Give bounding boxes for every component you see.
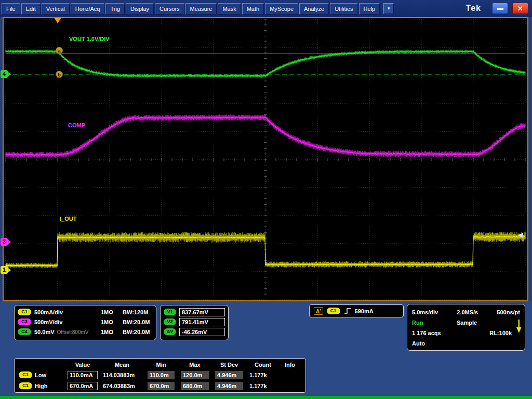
cursor-dv-row: ΔV -46.26mV [164,327,225,337]
header-stdev: St Dev [212,362,246,368]
channel-4-arrow-icon [8,72,11,76]
menu-dropdown-button[interactable]: ▼ [383,3,394,14]
menu-bar: File Edit Vertical Horiz/Acq Trig Displa… [0,0,532,17]
trigger-readout-panel[interactable]: A' C1 590mA [309,304,404,317]
rising-edge-icon [344,308,351,314]
trigger-position-marker[interactable] [54,18,61,23]
menu-help[interactable]: Help [359,3,380,15]
meas-stdev: 4.946m [215,371,243,379]
label-vout: VOUT 1.0V/DIV [69,36,110,42]
channel-marker-3[interactable]: 3 [1,238,11,246]
label-iout: I_OUT [60,216,76,222]
channel-badge-c1[interactable]: C1 [18,309,31,315]
delta-v-value: -46.26mV [179,328,225,336]
menu-measure[interactable]: Measure [185,3,217,15]
v1-badge: V1 [164,309,176,315]
waveform-iout-core [6,236,525,266]
cursor-b-label: b [58,72,61,77]
channel-marker-4[interactable]: 4 [1,70,11,78]
close-button[interactable]: ✕ [512,3,528,14]
c4-bandwidth: BW:20.0M [123,329,150,335]
cursor-v2-row: V2 791.41mV [164,317,225,327]
c4-impedance: 1MΩ [101,329,119,335]
meas-mean: 674.03883m [100,383,144,389]
readout-row-c4[interactable]: C4 50.0mV Offset:800mV 1MΩ BW:20.0M [18,327,153,337]
tekscope-window: File Edit Vertical Horiz/Acq Trig Displa… [0,0,532,399]
status-area: C1 500mA/div 1MΩ BW:120M C3 500mV/div 1M… [0,301,532,396]
meas-mean: 114.03883m [100,372,144,378]
trigger-level: 590mA [355,308,374,314]
delta-v-badge: ΔV [164,328,176,335]
horizontal-acquisition-panel: 5.0ms/div 2.0MS/s 500ns/pt Run Sample 1 … [407,304,525,351]
v2-badge: V2 [164,318,176,325]
position-indicator-icon [515,319,522,335]
menu-edit[interactable]: Edit [21,3,41,15]
minimize-button[interactable] [492,3,508,14]
cursor-v1-row: V1 837.67mV [164,307,225,317]
measurement-row-high[interactable]: C1 High 670.0mA 674.03883m 670.0m 680.0m… [17,380,303,391]
menu-utilities[interactable]: Utilities [330,3,357,15]
c1-bandwidth: BW:120M [123,309,148,315]
measurement-row-low[interactable]: C1 Low 110.0mA 114.03883m 110.0m 120.0m … [17,369,303,380]
c1-scale: 500mA/div [34,309,98,315]
cursor-readout-panel: V1 837.67mV V2 791.41mV ΔV -46.26mV [160,305,229,340]
menu-vertical[interactable]: Vertical [42,3,70,15]
minimize-icon [497,8,503,10]
sample-rate: 2.0MS/s [457,309,478,315]
tek-logo: Tek [466,4,481,13]
c1-impedance: 1MΩ [101,309,119,315]
channel-badge-c3[interactable]: C3 [18,318,31,325]
menu-analyze[interactable]: Analyze [299,3,329,15]
menu-display[interactable]: Display [126,3,154,15]
v2-value: 791.41mV [179,318,225,326]
meas-count: 1.177k [246,383,280,389]
bottom-strip [0,396,532,399]
waveform-display-area: ab VOUT 1.0V/DIV COMP I_OUT [3,17,528,301]
trigger-mode: Auto [412,340,425,347]
channel-marker-1[interactable]: 1 [1,266,11,274]
timebase: 5.0ms/div [412,309,438,315]
c3-scale: 500mV/div [34,319,98,325]
meas-name: High [35,383,47,389]
graticule-svg: ab [4,18,527,300]
meas-stdev: 4.946m [215,382,243,390]
trigger-source-badge: C1 [327,308,340,314]
measurement-header-row: Value Mean Min Max St Dev Count Info [17,360,303,369]
meas-max: 680.0m [181,382,209,390]
meas-min: 110.0m [148,371,175,379]
channel-1-arrow-icon [8,268,11,272]
header-value: Value [65,362,100,368]
menu-file[interactable]: File [2,3,20,15]
menu-mask[interactable]: Mask [218,3,241,15]
meas-min: 670.0m [148,382,175,390]
c3-bandwidth: BW:20.0M [123,319,150,325]
menu-horiz-acq[interactable]: Horiz/Acq [71,3,105,15]
record-length: RL:100k [489,330,512,336]
channel-3-arrow-icon [8,240,11,244]
menu-trig[interactable]: Trig [105,3,125,15]
meas-value: 110.0mA [68,371,98,379]
header-max: Max [178,362,212,368]
meas-value: 670.0mA [68,382,98,390]
meas-name: Low [35,372,46,378]
channel-3-ref: 3 [1,238,8,246]
channel-badge-c4[interactable]: C4 [18,328,31,335]
header-count: Count [246,362,280,368]
channel-readouts-panel: C1 500mA/div 1MΩ BW:120M C3 500mV/div 1M… [14,305,156,340]
readout-row-c1[interactable]: C1 500mA/div 1MΩ BW:120M [18,307,153,317]
menu-myscope[interactable]: MyScope [265,3,298,15]
channel-1-ref: 1 [1,266,8,274]
meas-c1-badge: C1 [19,382,32,389]
acquisition-count: 1 176 acqs [412,330,441,336]
waveform-comp [6,114,525,158]
menu-math[interactable]: Math [242,3,264,15]
c4-offset: Offset:800mV [57,329,89,335]
measurement-table: Value Mean Min Max St Dev Count Info C1 … [14,358,306,393]
resolution: 500ns/pt [497,309,520,315]
meas-c1-badge: C1 [19,371,32,378]
menu-cursors[interactable]: Cursors [155,3,184,15]
meas-max: 120.0m [181,371,209,379]
label-comp: COMP [68,122,85,128]
readout-row-c3[interactable]: C3 500mV/div 1MΩ BW:20.0M [18,317,153,327]
acq-mode: Sample [457,320,477,326]
